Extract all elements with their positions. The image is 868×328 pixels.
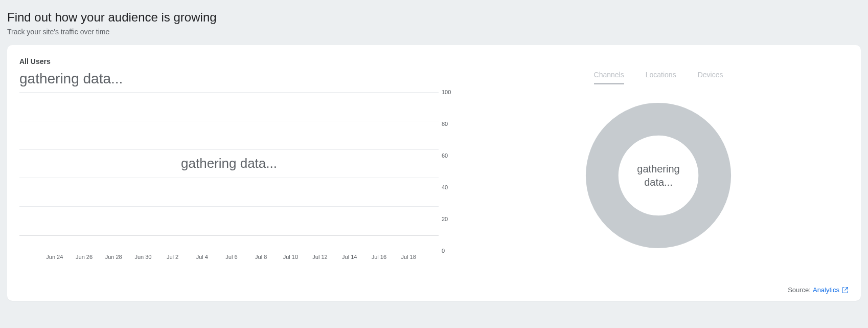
donut-chart: gathering data... xyxy=(584,101,733,250)
x-tick: Jul 12 xyxy=(305,254,335,260)
line-chart-y-axis: 100 80 60 40 20 0 xyxy=(439,92,454,251)
x-tick: Jul 14 xyxy=(335,254,364,260)
line-chart-x-axis: Jun 24 Jun 26 Jun 28 Jun 30 Jul 2 Jul 4 … xyxy=(19,254,439,260)
x-tick: Jul 8 xyxy=(246,254,276,260)
y-tick: 60 xyxy=(442,152,448,159)
x-tick: Jul 18 xyxy=(394,254,423,260)
y-tick: 100 xyxy=(442,89,451,95)
page-subtitle: Track your site's traffic over time xyxy=(7,28,861,36)
donut-loading-label: gathering data... xyxy=(584,101,733,250)
source-row: Source: Analytics xyxy=(788,286,849,294)
y-tick: 80 xyxy=(442,121,448,127)
tab-channels[interactable]: Channels xyxy=(594,71,624,84)
page-title: Find out how your audience is growing xyxy=(7,10,861,25)
x-tick: Jun 24 xyxy=(40,254,70,260)
x-tick: Jul 10 xyxy=(276,254,306,260)
line-chart-plot: gathering data... 100 80 60 40 20 0 xyxy=(19,92,464,251)
x-tick: Jul 6 xyxy=(217,254,246,260)
x-tick: Jun 26 xyxy=(70,254,99,260)
tab-locations[interactable]: Locations xyxy=(646,71,676,84)
x-tick: Jul 2 xyxy=(158,254,188,260)
line-chart-plot-area: gathering data... xyxy=(19,92,439,235)
x-tick: Jun 28 xyxy=(99,254,128,260)
external-link-icon xyxy=(841,287,849,294)
breakdown-tabs: Channels Locations Devices xyxy=(536,71,781,84)
source-prefix: Source: xyxy=(788,286,811,294)
analytics-card: All Users gathering data... gathering da… xyxy=(7,45,861,301)
x-tick: Jul 16 xyxy=(364,254,394,260)
source-link-label: Analytics xyxy=(813,286,839,294)
line-chart-panel: gathering data... gathering data... 100 … xyxy=(19,70,464,279)
tab-devices[interactable]: Devices xyxy=(698,71,723,84)
y-tick: 20 xyxy=(442,216,448,222)
source-analytics-link[interactable]: Analytics xyxy=(813,286,849,294)
donut-chart-panel: Channels Locations Devices gathering dat… xyxy=(536,70,781,279)
line-chart-loading-overlay: gathering data... xyxy=(19,92,439,235)
x-tick: Jul 4 xyxy=(187,254,217,260)
section-title-all-users: All Users xyxy=(19,57,849,65)
y-tick: 0 xyxy=(442,248,445,254)
x-tick: Jun 30 xyxy=(128,254,158,260)
line-chart-loading-heading: gathering data... xyxy=(19,71,464,87)
y-tick: 40 xyxy=(442,184,448,190)
